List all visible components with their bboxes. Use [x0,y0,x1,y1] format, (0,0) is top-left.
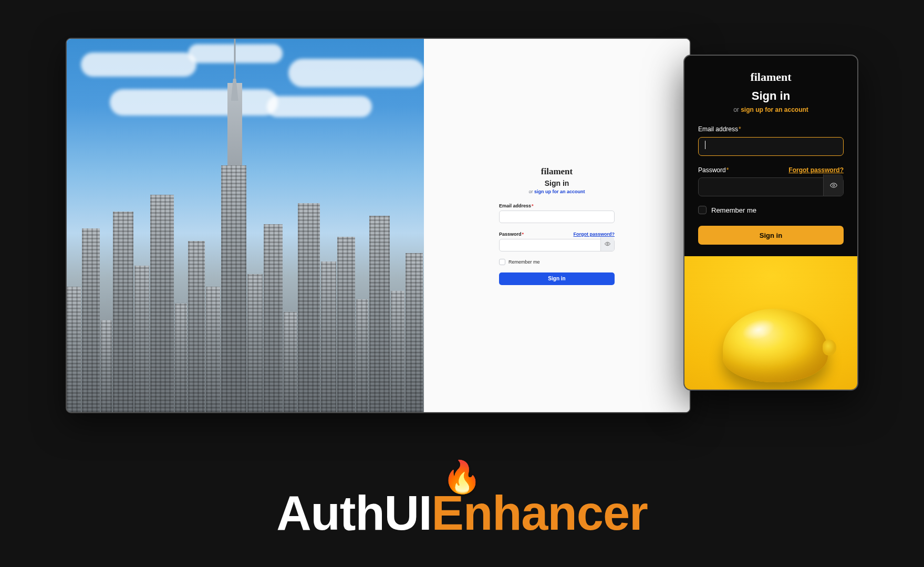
brand-logo-dark: filament [698,70,844,84]
light-email-label: Email address* [499,203,534,208]
mobile-preview-window: filament Sign in or sign up for an accou… [683,55,858,391]
city-skyline-image [67,39,424,412]
light-form-panel: filament Sign in or sign up for an accou… [424,39,690,412]
dark-subtitle: or sign up for an account [698,106,844,113]
brand-logo-light: filament [499,166,615,177]
light-signup-link[interactable]: sign up for an account [534,189,585,194]
desktop-preview-window: filament Sign in or sign up for an accou… [66,38,691,413]
light-title: Sign in [499,179,615,187]
light-password-label: Password* [499,232,524,237]
lemon-image [684,256,857,390]
svg-point-1 [833,184,835,186]
light-signin-form: filament Sign in or sign up for an accou… [499,166,615,285]
dark-email-label: Email address* [698,125,741,133]
dark-title: Sign in [698,89,844,103]
light-remember-label: Remember me [508,259,540,265]
light-remember-row[interactable]: Remember me [499,259,615,265]
dark-password-input[interactable] [698,177,844,196]
dark-remember-row[interactable]: Remember me [698,206,844,214]
light-subtitle: or sign up for an account [499,189,615,194]
product-title: 🔥 AuthUIEnhancer [276,461,648,541]
eye-icon[interactable] [823,174,843,196]
light-signin-button[interactable]: Sign in [499,272,615,285]
dark-signup-link[interactable]: sign up for an account [741,106,808,113]
eye-icon[interactable] [600,237,614,251]
flame-icon: 🔥 [276,461,648,493]
dark-remember-label: Remember me [711,206,756,214]
dark-forgot-link[interactable]: Forgot password? [788,166,844,174]
dark-email-input[interactable] [698,137,844,156]
checkbox-icon[interactable] [499,259,505,265]
checkbox-icon[interactable] [698,206,707,214]
dark-password-label: Password* [698,166,729,174]
light-password-input[interactable] [499,239,615,251]
dark-signin-form: filament Sign in or sign up for an accou… [684,56,857,256]
light-forgot-link[interactable]: Forgot password? [574,232,615,237]
light-email-input[interactable] [499,211,615,223]
text-caret-icon [705,141,705,149]
product-name-part1: AuthUI [276,486,431,540]
dark-signin-button[interactable]: Sign in [698,226,844,245]
svg-point-0 [607,243,608,245]
